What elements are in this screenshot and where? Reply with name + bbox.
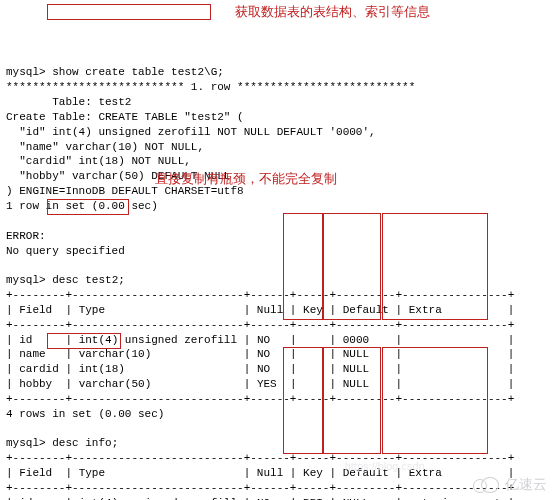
sc-col1: "id" int(4) unsigned zerofill NOT NULL D… [6,126,376,138]
sc-col2: "name" varchar(10) NOT NULL, [6,141,204,153]
prompt: mysql> [6,274,46,286]
error-l1: ERROR: [6,230,46,242]
t1-sep: +--------+--------------------------+---… [6,319,514,331]
t2-sep: +--------+--------------------------+---… [6,482,514,494]
cmd-show-create: show create table test2\G; [52,66,224,78]
t1-r0: | id | int(4) unsigned zerofill | NO | |… [6,334,514,346]
t1-sep: +--------+--------------------------+---… [6,289,514,301]
t1-sep: +--------+--------------------------+---… [6,393,514,405]
annotation-top: 获取数据表的表结构、索引等信息 [235,3,430,21]
cmd-desc-test2: desc test2; [52,274,125,286]
t2-sep: +--------+--------------------------+---… [6,452,514,464]
sc-table: Table: test2 [6,96,131,108]
t2-head: | Field | Type | Null | Key | Default | … [6,467,514,479]
t1-head: | Field | Type | Null | Key | Default | … [6,304,514,316]
box-show-create [47,4,211,20]
annotation-middle: 直接复制有瓶颈，不能完全复制 [155,170,337,188]
t1-footer: 4 rows in set (0.00 sec) [6,408,164,420]
t1-r1: | name | varchar(10) | NO | | NULL | | [6,348,514,360]
sc-create: Create Table: CREATE TABLE "test2" ( [6,111,244,123]
sc-rows: 1 row in set (0.00 sec) [6,200,158,212]
watermark: 亿速云 [473,475,547,494]
error-l2: No query specified [6,245,125,257]
sc-col3: "cardid" int(18) NOT NULL, [6,155,191,167]
t1-r3: | hobby | varchar(50) | YES | | NULL | | [6,378,514,390]
prompt: mysql> [6,66,46,78]
cmd-desc-info: desc info; [52,437,118,449]
t1-r2: | cardid | int(18) | NO | | NULL | | [6,363,514,375]
row-header: *************************** 1. row *****… [6,81,415,93]
watermark-url: https://blog.csdn.... [345,459,437,474]
cloud-icon [473,477,501,493]
prompt: mysql> [6,437,46,449]
